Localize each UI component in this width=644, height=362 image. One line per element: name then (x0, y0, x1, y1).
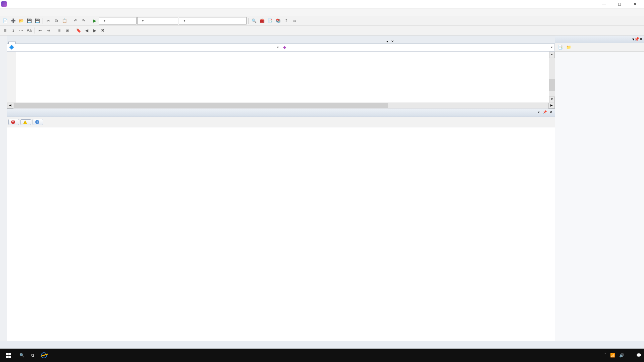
window-layout-icon[interactable]: ▭ (290, 17, 298, 24)
panel-pin-icon[interactable]: 📌 (634, 37, 639, 42)
document-tab[interactable] (8, 42, 16, 44)
editor-gutter[interactable] (7, 52, 16, 109)
standard-toolbar: 📄 ➕ 📂 💾 💾 ✂ ⧉ 📋 ↶ ↷ ▶ ▼ ▼ ▼ 🔍 🧰 📑 📚 ⤴ ▭ (0, 16, 644, 26)
properties-icon[interactable]: 📑 (266, 17, 274, 24)
code-editor[interactable]: ▲▼ ◀▶ (7, 52, 555, 109)
indent-less-icon[interactable]: ⇤ (37, 27, 44, 34)
solution-explorer-panel: ▾ 📌 ✕ 📑 📁 (555, 36, 644, 362)
active-files-dropdown-icon[interactable]: ▾ (385, 39, 389, 44)
indent-more-icon[interactable]: ⇥ (45, 27, 52, 34)
redo-icon[interactable]: ↷ (80, 17, 87, 24)
network-icon[interactable]: 📶 (610, 353, 615, 358)
panel-close-icon[interactable]: ✕ (548, 110, 553, 116)
paste-icon[interactable]: 📋 (61, 17, 68, 24)
object-browser-icon[interactable]: 📚 (274, 17, 282, 24)
document-tab-strip: ▾ ✕ (7, 36, 555, 44)
find-icon[interactable]: 🔍 (250, 17, 258, 24)
windows-taskbar: 🔍 ⧉ ˄ 📶 🔊 💬 (0, 349, 644, 362)
start-page-icon[interactable]: ⤴ (282, 17, 290, 24)
start-button[interactable] (0, 349, 16, 362)
vs-app-icon (1, 1, 7, 7)
startup-project-combo[interactable]: ▼ (179, 17, 247, 24)
errors-filter-button[interactable] (8, 119, 19, 125)
copy-icon[interactable]: ⧉ (53, 17, 60, 24)
code-navigation-bar: 🔷▼ ◆▼ (7, 44, 555, 52)
show-all-files-icon[interactable]: 📁 (565, 44, 572, 51)
close-button[interactable]: ✕ (627, 0, 643, 8)
save-all-icon[interactable]: 💾 (34, 17, 41, 24)
editor-vertical-scrollbar[interactable]: ▲▼ (549, 52, 555, 103)
minimize-button[interactable]: — (596, 0, 612, 8)
param-info-icon[interactable]: ⋯ (17, 27, 25, 34)
system-tray[interactable]: ˄ 📶 🔊 💬 (604, 353, 644, 358)
maximize-button[interactable]: ◻ (612, 0, 627, 8)
warnings-filter-button[interactable] (20, 119, 31, 125)
search-button[interactable]: 🔍 (16, 349, 28, 362)
error-list-filter-bar: i (7, 117, 555, 127)
cut-icon[interactable]: ✂ (45, 17, 52, 24)
ie-pinned-icon[interactable] (38, 349, 50, 362)
panel-pin-icon[interactable]: 📌 (542, 110, 547, 116)
panel-dropdown-icon[interactable]: ▾ (536, 110, 541, 116)
toolbox-icon[interactable]: 🧰 (258, 17, 266, 24)
bookmark-icon[interactable]: 🔖 (75, 27, 82, 34)
quick-info-icon[interactable]: ℹ (9, 27, 17, 34)
open-icon[interactable]: 📂 (17, 17, 25, 24)
solution-explorer-toolbar: 📑 📁 (555, 43, 644, 52)
panel-close-icon[interactable]: ✕ (639, 37, 643, 42)
member-list-icon[interactable]: ≣ (1, 27, 9, 34)
solution-explorer-header[interactable]: ▾ 📌 ✕ (555, 36, 644, 43)
warning-icon (23, 120, 27, 124)
solution-config-combo[interactable]: ▼ (99, 17, 137, 24)
error-list-panel-header[interactable]: ▾ 📌 ✕ (7, 109, 555, 117)
toolbox-rail[interactable] (0, 36, 7, 362)
close-document-icon[interactable]: ✕ (390, 39, 395, 44)
member-scope-combo[interactable]: ◆▼ (281, 44, 555, 51)
volume-icon[interactable]: 🔊 (619, 353, 624, 358)
error-icon (11, 120, 15, 124)
new-project-icon[interactable]: 📄 (1, 17, 9, 24)
start-debug-icon[interactable]: ▶ (91, 17, 98, 24)
solution-tree[interactable] (555, 52, 644, 54)
next-bookmark-icon[interactable]: ▶ (91, 27, 98, 34)
task-view-button[interactable]: ⧉ (28, 349, 38, 362)
save-icon[interactable]: 💾 (25, 17, 33, 24)
comment-icon[interactable]: ≡ (56, 27, 63, 34)
solution-platform-combo[interactable]: ▼ (137, 17, 178, 24)
status-bar (0, 341, 644, 349)
error-list-grid[interactable] (7, 127, 555, 362)
prev-bookmark-icon[interactable]: ◀ (83, 27, 90, 34)
undo-icon[interactable]: ↶ (72, 17, 79, 24)
add-item-icon[interactable]: ➕ (9, 17, 17, 24)
tray-chevron-icon[interactable]: ˄ (604, 353, 606, 358)
properties-icon[interactable]: 📑 (556, 44, 564, 51)
complete-word-icon[interactable]: Aa (25, 27, 33, 34)
uncomment-icon[interactable]: ≢ (64, 27, 71, 34)
clear-bookmarks-icon[interactable]: ✖ (99, 27, 106, 34)
action-center-icon[interactable]: 💬 (636, 353, 641, 358)
menu-bar (0, 8, 644, 16)
text-editor-toolbar: ≣ ℹ ⋯ Aa ⇤ ⇥ ≡ ≢ 🔖 ◀ ▶ ✖ (0, 26, 644, 36)
window-titlebar: — ◻ ✕ (0, 0, 644, 8)
messages-filter-button[interactable]: i (33, 119, 43, 125)
editor-horizontal-scrollbar[interactable]: ◀▶ (7, 103, 555, 109)
class-scope-combo[interactable]: 🔷▼ (7, 44, 281, 51)
info-icon: i (35, 120, 39, 124)
